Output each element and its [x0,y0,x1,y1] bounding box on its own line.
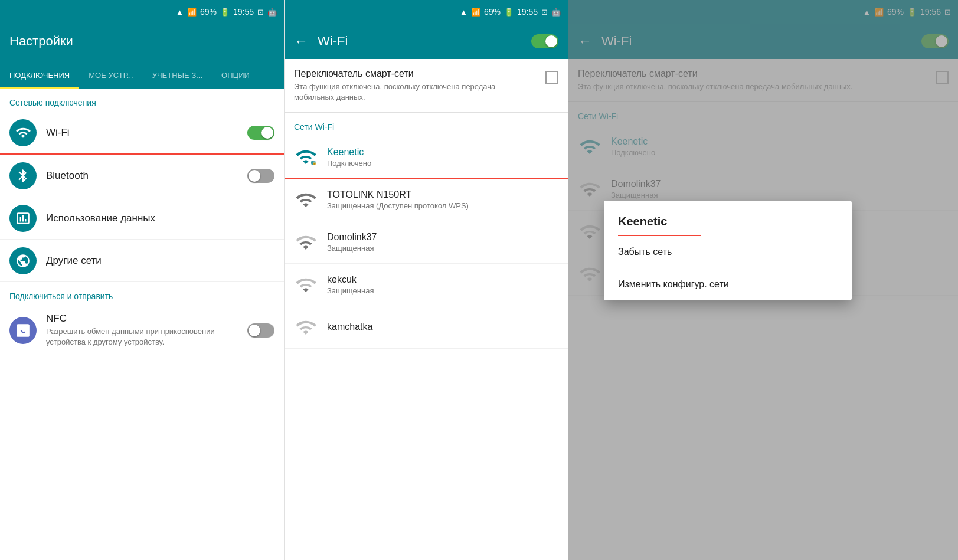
data-usage-text: Использование данных [46,212,274,224]
domolink-info: Domolink37 Защищенная [327,232,558,253]
nfc-icon [9,317,37,344]
wifi-item-text: Wi-Fi [46,127,247,139]
wifi-signal-keenetic: 🔒 [294,145,318,169]
wifi-list-content: Переключатель смарт-сети Эта функция отк… [285,59,568,560]
smart-switch-title: Переключатель смарт-сети [294,68,536,79]
wifi-panel: ▲ 📶 69% 🔋 19:55 ⊡ 🤖 ← Wi-Fi Переключател… [284,0,568,560]
wifi-keenetic-item[interactable]: 🔒 Keenetic Подключено [285,136,568,179]
tab-options[interactable]: ОПЦИИ [212,64,259,89]
wifi-domolink-item[interactable]: Domolink37 Защищенная [285,221,568,264]
domolink-status: Защищенная [327,244,558,253]
kamchatka-name: kamchatka [327,322,558,332]
wifi-signal-totolink [294,188,318,212]
wifi-app-bar: ← Wi-Fi [285,24,568,59]
totolink-name: TOTOLINK N150RT [327,189,558,200]
wifi-title: Wi-Fi [318,34,348,49]
smart-switch-subtitle: Эта функция отключена, поскольку отключе… [294,81,536,103]
totolink-status: Защищенная (Доступен протокол WPS) [327,201,558,210]
data-usage-item[interactable]: Использование данных [0,197,284,240]
keenetic-status: Подключено [327,159,558,168]
screenshot-icon-2: ⊡ [541,8,548,17]
bluetooth-icon [9,162,37,189]
status-bar-1: ▲ 📶 69% 🔋 19:55 ⊡ 🤖 [0,0,284,24]
battery-icon: 🔋 [220,8,230,17]
status-bar-2: ▲ 📶 69% 🔋 19:55 ⊡ 🤖 [285,0,568,24]
section-connect-share: Подключиться и отправить [0,282,284,306]
wifi-signal-kekcuk [294,273,318,297]
wifi-networks-header: Сети Wi-Fi [285,113,568,136]
wifi-setting-item[interactable]: Wi-Fi [0,112,284,155]
smart-switch-text: Переключатель смарт-сети Эта функция отк… [294,68,536,103]
android-icon-2: 🤖 [551,8,561,17]
nfc-toggle[interactable] [247,323,274,338]
other-networks-icon [9,247,37,274]
wifi-signal-domolink [294,231,318,254]
kekcuk-status: Защищенная [327,286,558,295]
keenetic-name: Keenetic [327,147,558,158]
keenetic-info: Keenetic Подключено [327,147,558,168]
nfc-item[interactable]: NFC Разрешить обмен данными при прикосно… [0,306,284,355]
other-networks-title: Другие сети [46,255,274,267]
tab-connections[interactable]: ПОДКЛЮЧЕНИЯ [0,64,79,89]
signal-icon: 📶 [187,8,197,17]
tabs-bar: ПОДКЛЮЧЕНИЯ МОЕ УСТР... УЧЕТНЫЕ З... ОПЦ… [0,59,284,89]
kamchatka-info: kamchatka [327,322,558,333]
screenshot-icon: ⊡ [257,8,264,17]
settings-title: Настройки [9,34,73,49]
wifi-main-toggle[interactable] [531,34,558,48]
bluetooth-setting-item[interactable]: Bluetooth [0,155,284,197]
network-options-dialog: Keenetic Забыть сеть Изменить конфигур. … [604,201,852,300]
time-2: 19:55 [517,7,538,17]
wifi-status-icon: ▲ [176,8,184,17]
back-button[interactable]: ← [294,33,308,50]
time-1: 19:55 [233,7,254,17]
settings-panel: ▲ 📶 69% 🔋 19:55 ⊡ 🤖 Настройки ПОДКЛЮЧЕНИ… [0,0,284,560]
wifi-kekcuk-item[interactable]: kekcuk Защищенная [285,264,568,306]
wifi-icon [9,119,37,146]
nfc-subtitle: Разрешить обмен данными при прикосновени… [46,326,247,348]
kekcuk-info: kekcuk Защищенная [327,274,558,295]
nfc-title: NFC [46,313,247,325]
forget-network-button[interactable]: Забыть сеть [604,236,852,268]
battery-2: 69% [484,7,501,17]
wifi-kamchatka-item[interactable]: kamchatka [285,306,568,349]
settings-content: Сетевые подключения Wi-Fi Bluetooth [0,89,284,560]
signal-icon-2: 📶 [471,8,480,17]
other-networks-item[interactable]: Другие сети [0,240,284,282]
smart-switch-section: Переключатель смарт-сети Эта функция отк… [285,59,568,113]
wifi-toggle[interactable] [247,126,274,140]
dialog-network-name: Keenetic [604,201,852,228]
tab-my-device[interactable]: МОЕ УСТР... [79,64,142,89]
section-network: Сетевые подключения [0,89,284,112]
wifi-status-icon-2: ▲ [460,8,467,17]
bluetooth-toggle[interactable] [247,169,274,183]
android-icon: 🤖 [267,8,277,17]
wifi-signal-kamchatka [294,316,318,339]
settings-app-bar: Настройки [0,24,284,59]
svg-text:🔒: 🔒 [312,161,317,165]
data-icon [9,205,37,232]
smart-switch-checkbox[interactable] [545,71,558,84]
kekcuk-name: kekcuk [327,274,558,285]
modify-network-button[interactable]: Изменить конфигур. сети [604,268,852,300]
other-networks-text: Другие сети [46,255,274,267]
bluetooth-item-text: Bluetooth [46,170,247,182]
domolink-name: Domolink37 [327,232,558,243]
wifi-item-title: Wi-Fi [46,127,247,139]
wifi-dialog-panel: ▲ 📶 69% 🔋 19:56 ⊡ ← Wi-Fi Переключатель … [568,0,958,560]
tab-accounts[interactable]: УЧЕТНЫЕ З... [143,64,212,89]
wifi-totolink-item[interactable]: TOTOLINK N150RT Защищенная (Доступен про… [285,179,568,221]
battery-percent: 69% [200,7,217,17]
totolink-info: TOTOLINK N150RT Защищенная (Доступен про… [327,189,558,210]
battery-icon-2: 🔋 [504,8,514,17]
nfc-text: NFC Разрешить обмен данными при прикосно… [46,313,247,348]
data-usage-title: Использование данных [46,212,274,224]
bluetooth-item-title: Bluetooth [46,170,247,182]
